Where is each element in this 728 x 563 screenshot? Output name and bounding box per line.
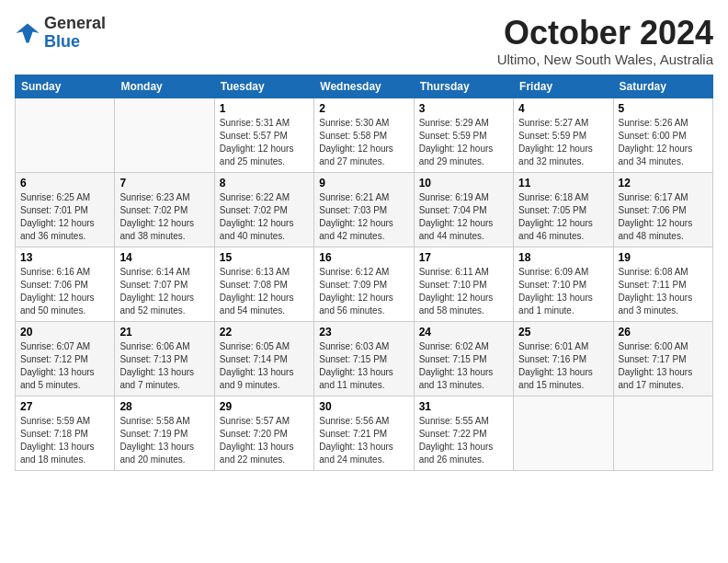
day-info: Sunrise: 5:26 AMSunset: 6:00 PMDaylight:… bbox=[619, 117, 708, 168]
day-info: Sunrise: 5:57 AMSunset: 7:20 PMDaylight:… bbox=[220, 415, 309, 466]
day-number: 26 bbox=[619, 326, 708, 339]
calendar-cell: 5Sunrise: 5:26 AMSunset: 6:00 PMDaylight… bbox=[613, 98, 712, 172]
weekday-header-tuesday: Tuesday bbox=[214, 75, 313, 98]
day-number: 24 bbox=[419, 326, 508, 339]
day-number: 29 bbox=[220, 400, 309, 413]
logo-bird-icon bbox=[15, 20, 40, 46]
calendar-cell: 25Sunrise: 6:01 AMSunset: 7:16 PMDayligh… bbox=[514, 321, 613, 396]
day-info: Sunrise: 6:09 AMSunset: 7:10 PMDaylight:… bbox=[518, 266, 608, 317]
day-info: Sunrise: 5:56 AMSunset: 7:21 PMDaylight:… bbox=[319, 415, 408, 466]
day-number: 1 bbox=[220, 102, 309, 115]
day-number: 18 bbox=[518, 251, 608, 264]
day-number: 21 bbox=[119, 326, 209, 339]
day-number: 10 bbox=[419, 177, 508, 190]
calendar-cell: 11Sunrise: 6:18 AMSunset: 7:05 PMDayligh… bbox=[514, 172, 613, 247]
day-info: Sunrise: 6:05 AMSunset: 7:14 PMDaylight:… bbox=[220, 340, 309, 392]
calendar-week-2: 6Sunrise: 6:25 AMSunset: 7:01 PMDaylight… bbox=[16, 172, 713, 247]
calendar-week-3: 13Sunrise: 6:16 AMSunset: 7:06 PMDayligh… bbox=[16, 247, 713, 321]
weekday-header-friday: Friday bbox=[514, 75, 613, 98]
day-number: 15 bbox=[220, 251, 309, 264]
day-number: 5 bbox=[619, 102, 708, 115]
day-info: Sunrise: 6:07 AMSunset: 7:12 PMDaylight:… bbox=[20, 340, 109, 392]
calendar-cell: 6Sunrise: 6:25 AMSunset: 7:01 PMDaylight… bbox=[16, 172, 115, 247]
calendar-cell: 18Sunrise: 6:09 AMSunset: 7:10 PMDayligh… bbox=[514, 247, 613, 321]
calendar-header: SundayMondayTuesdayWednesdayThursdayFrid… bbox=[16, 75, 713, 98]
day-info: Sunrise: 6:18 AMSunset: 7:05 PMDaylight:… bbox=[518, 191, 608, 243]
calendar-cell: 22Sunrise: 6:05 AMSunset: 7:14 PMDayligh… bbox=[214, 321, 313, 396]
day-info: Sunrise: 6:19 AMSunset: 7:04 PMDaylight:… bbox=[419, 191, 508, 243]
day-info: Sunrise: 6:08 AMSunset: 7:11 PMDaylight:… bbox=[619, 266, 708, 317]
calendar-cell: 24Sunrise: 6:02 AMSunset: 7:15 PMDayligh… bbox=[414, 321, 513, 396]
calendar-cell: 17Sunrise: 6:11 AMSunset: 7:10 PMDayligh… bbox=[414, 247, 513, 321]
day-number: 22 bbox=[220, 326, 309, 339]
calendar-cell: 3Sunrise: 5:29 AMSunset: 5:59 PMDaylight… bbox=[414, 98, 513, 172]
weekday-header-wednesday: Wednesday bbox=[314, 75, 414, 98]
calendar-cell: 30Sunrise: 5:56 AMSunset: 7:21 PMDayligh… bbox=[314, 396, 414, 470]
day-number: 11 bbox=[518, 177, 608, 190]
day-info: Sunrise: 5:31 AMSunset: 5:57 PMDaylight:… bbox=[220, 117, 309, 168]
calendar-table: SundayMondayTuesdayWednesdayThursdayFrid… bbox=[15, 75, 713, 471]
day-number: 19 bbox=[619, 251, 708, 264]
month-title: October 2024 bbox=[497, 15, 713, 52]
calendar-cell bbox=[514, 396, 613, 470]
calendar-week-4: 20Sunrise: 6:07 AMSunset: 7:12 PMDayligh… bbox=[16, 321, 713, 396]
day-number: 13 bbox=[20, 251, 109, 264]
day-info: Sunrise: 6:06 AMSunset: 7:13 PMDaylight:… bbox=[119, 340, 209, 392]
calendar-cell: 29Sunrise: 5:57 AMSunset: 7:20 PMDayligh… bbox=[214, 396, 313, 470]
logo: General Blue bbox=[15, 15, 106, 52]
calendar-cell: 2Sunrise: 5:30 AMSunset: 5:58 PMDaylight… bbox=[314, 98, 414, 172]
calendar-cell: 26Sunrise: 6:00 AMSunset: 7:17 PMDayligh… bbox=[613, 321, 712, 396]
weekday-header-monday: Monday bbox=[115, 75, 214, 98]
calendar-week-1: 1Sunrise: 5:31 AMSunset: 5:57 PMDaylight… bbox=[16, 98, 713, 172]
day-number: 20 bbox=[20, 326, 109, 339]
calendar-cell bbox=[115, 98, 214, 172]
calendar-cell: 9Sunrise: 6:21 AMSunset: 7:03 PMDaylight… bbox=[314, 172, 414, 247]
logo-text: General Blue bbox=[44, 15, 106, 52]
day-info: Sunrise: 6:23 AMSunset: 7:02 PMDaylight:… bbox=[119, 191, 209, 243]
calendar-cell: 23Sunrise: 6:03 AMSunset: 7:15 PMDayligh… bbox=[314, 321, 414, 396]
calendar-cell: 14Sunrise: 6:14 AMSunset: 7:07 PMDayligh… bbox=[115, 247, 214, 321]
calendar-cell: 13Sunrise: 6:16 AMSunset: 7:06 PMDayligh… bbox=[16, 247, 115, 321]
day-info: Sunrise: 6:25 AMSunset: 7:01 PMDaylight:… bbox=[20, 191, 109, 243]
day-info: Sunrise: 5:59 AMSunset: 7:18 PMDaylight:… bbox=[20, 415, 109, 466]
day-number: 30 bbox=[319, 400, 408, 413]
calendar-cell: 15Sunrise: 6:13 AMSunset: 7:08 PMDayligh… bbox=[214, 247, 313, 321]
day-number: 31 bbox=[419, 400, 508, 413]
day-info: Sunrise: 5:30 AMSunset: 5:58 PMDaylight:… bbox=[319, 117, 408, 168]
day-number: 6 bbox=[20, 177, 109, 190]
day-number: 2 bbox=[319, 102, 408, 115]
day-info: Sunrise: 6:16 AMSunset: 7:06 PMDaylight:… bbox=[20, 266, 109, 317]
day-info: Sunrise: 6:17 AMSunset: 7:06 PMDaylight:… bbox=[619, 191, 708, 243]
calendar-cell: 16Sunrise: 6:12 AMSunset: 7:09 PMDayligh… bbox=[314, 247, 414, 321]
calendar-cell: 19Sunrise: 6:08 AMSunset: 7:11 PMDayligh… bbox=[613, 247, 712, 321]
day-number: 9 bbox=[319, 177, 408, 190]
day-number: 12 bbox=[619, 177, 708, 190]
calendar-cell: 31Sunrise: 5:55 AMSunset: 7:22 PMDayligh… bbox=[414, 396, 513, 470]
day-number: 8 bbox=[220, 177, 309, 190]
day-number: 28 bbox=[119, 400, 209, 413]
day-number: 17 bbox=[419, 251, 508, 264]
day-info: Sunrise: 6:22 AMSunset: 7:02 PMDaylight:… bbox=[220, 191, 309, 243]
weekday-header-thursday: Thursday bbox=[414, 75, 513, 98]
weekday-row: SundayMondayTuesdayWednesdayThursdayFrid… bbox=[16, 75, 713, 98]
day-info: Sunrise: 6:14 AMSunset: 7:07 PMDaylight:… bbox=[119, 266, 209, 317]
day-info: Sunrise: 6:03 AMSunset: 7:15 PMDaylight:… bbox=[319, 340, 408, 392]
calendar-cell bbox=[613, 396, 712, 470]
day-number: 3 bbox=[419, 102, 508, 115]
day-info: Sunrise: 5:27 AMSunset: 5:59 PMDaylight:… bbox=[518, 117, 608, 168]
day-info: Sunrise: 6:13 AMSunset: 7:08 PMDaylight:… bbox=[220, 266, 309, 317]
day-info: Sunrise: 6:11 AMSunset: 7:10 PMDaylight:… bbox=[419, 266, 508, 317]
calendar-body: 1Sunrise: 5:31 AMSunset: 5:57 PMDaylight… bbox=[16, 98, 713, 470]
svg-marker-0 bbox=[16, 23, 39, 42]
calendar-cell: 8Sunrise: 6:22 AMSunset: 7:02 PMDaylight… bbox=[214, 172, 313, 247]
calendar-week-5: 27Sunrise: 5:59 AMSunset: 7:18 PMDayligh… bbox=[16, 396, 713, 470]
weekday-header-saturday: Saturday bbox=[613, 75, 712, 98]
title-block: October 2024 Ultimo, New South Wales, Au… bbox=[497, 15, 713, 67]
day-number: 27 bbox=[20, 400, 109, 413]
calendar-cell: 1Sunrise: 5:31 AMSunset: 5:57 PMDaylight… bbox=[214, 98, 313, 172]
day-number: 7 bbox=[119, 177, 209, 190]
day-info: Sunrise: 6:21 AMSunset: 7:03 PMDaylight:… bbox=[319, 191, 408, 243]
calendar-cell bbox=[16, 98, 115, 172]
day-info: Sunrise: 6:02 AMSunset: 7:15 PMDaylight:… bbox=[419, 340, 508, 392]
calendar-cell: 12Sunrise: 6:17 AMSunset: 7:06 PMDayligh… bbox=[613, 172, 712, 247]
